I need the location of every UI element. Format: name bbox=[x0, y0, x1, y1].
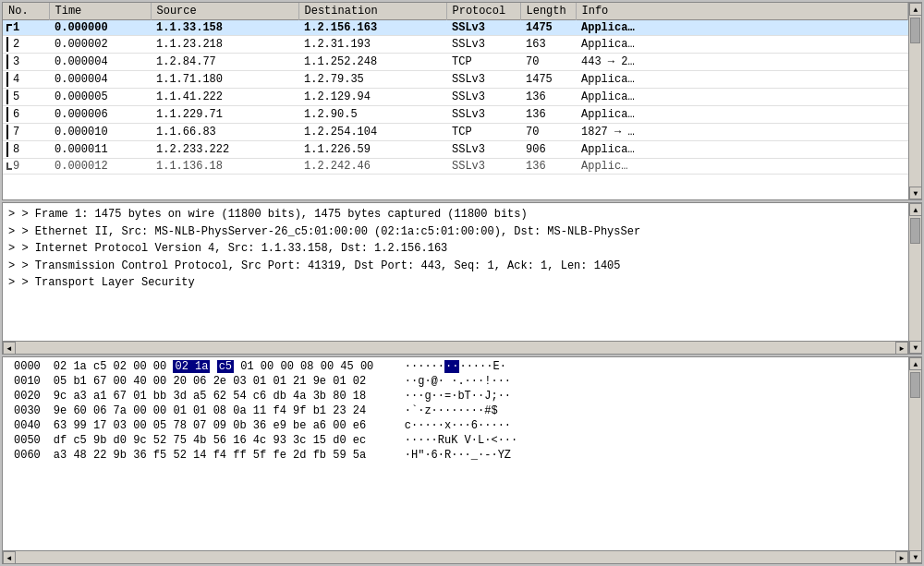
cell-destination: 1.2.242.46 bbox=[298, 159, 446, 175]
cell-length: 136 bbox=[520, 106, 576, 124]
hex-offset: 0020 bbox=[8, 389, 48, 403]
hex-ascii: ·············E· bbox=[399, 359, 903, 374]
detail-hscrollbar[interactable]: ◄ ► bbox=[3, 341, 908, 354]
cell-destination: 1.2.31.193 bbox=[298, 36, 446, 54]
cell-source: 1.2.84.77 bbox=[151, 54, 298, 71]
hex-hscrollbar[interactable]: ◄ ► bbox=[3, 550, 908, 563]
detail-scroll-thumb[interactable] bbox=[910, 218, 920, 244]
cell-length: 70 bbox=[520, 124, 576, 141]
table-row[interactable]: 90.0000121.1.136.181.2.242.46SSLv3136App… bbox=[3, 159, 908, 175]
cell-source: 1.1.136.18 bbox=[151, 159, 298, 175]
hex-hscroll-track bbox=[16, 551, 895, 563]
col-protocol: Protocol bbox=[446, 3, 520, 20]
hex-offset: 0040 bbox=[8, 418, 48, 433]
col-no: No. bbox=[3, 3, 49, 20]
cell-info: Applica… bbox=[576, 36, 908, 54]
row-number-cell: 3 bbox=[3, 54, 49, 71]
cell-source: 1.1.23.218 bbox=[151, 36, 298, 54]
hex-scroll-thumb[interactable] bbox=[910, 372, 920, 398]
detail-scroll-up[interactable]: ▲ bbox=[909, 203, 922, 216]
table-row[interactable]: 40.0000041.1.71.1801.2.79.35SSLv31475App… bbox=[3, 71, 908, 89]
cell-time: 0.000004 bbox=[49, 71, 151, 89]
hex-panel: 000002 1a c5 02 00 00 02 1a c5 01 00 00 … bbox=[2, 356, 922, 564]
cell-time: 0.000010 bbox=[49, 124, 151, 141]
cell-destination: 1.2.90.5 bbox=[298, 106, 446, 124]
table-row[interactable]: 80.0000111.2.233.2221.1.226.59SSLv3906Ap… bbox=[3, 141, 908, 159]
hex-ascii: ·H"·6·R···_·-·YZ bbox=[399, 448, 903, 463]
cell-destination: 1.2.156.163 bbox=[298, 20, 446, 36]
scroll-track[interactable] bbox=[909, 16, 921, 187]
packet-list-panel: No. Time Source Destination Protocol Len… bbox=[2, 2, 922, 200]
cell-destination: 1.2.254.104 bbox=[298, 124, 446, 141]
hex-row: 0050df c5 9b d0 9c 52 75 4b 56 16 4c 93 … bbox=[8, 433, 903, 448]
hex-offset: 0030 bbox=[8, 403, 48, 418]
detail-lines: > Frame 1: 1475 bytes on wire (11800 bit… bbox=[8, 206, 916, 292]
scroll-thumb[interactable] bbox=[910, 18, 920, 43]
cell-destination: 1.1.226.59 bbox=[298, 141, 446, 159]
detail-line: > Internet Protocol Version 4, Src: 1.1.… bbox=[8, 240, 916, 258]
hex-scroll-up[interactable]: ▲ bbox=[909, 357, 922, 370]
cell-length: 1475 bbox=[520, 71, 576, 89]
cell-time: 0.000000 bbox=[49, 20, 151, 36]
scroll-down-arrow[interactable]: ▼ bbox=[909, 187, 922, 199]
cell-destination: 1.2.129.94 bbox=[298, 89, 446, 106]
cell-source: 1.1.71.180 bbox=[151, 71, 298, 89]
cell-destination: 1.1.252.248 bbox=[298, 54, 446, 71]
hex-scroll-track[interactable] bbox=[909, 370, 921, 550]
cell-info: 1827 → … bbox=[576, 124, 908, 141]
cell-info: Applica… bbox=[576, 71, 908, 89]
table-row[interactable]: 70.0000101.1.66.831.2.254.104TCP701827 →… bbox=[3, 124, 908, 141]
hex-ascii: ··g·@· ·.···!··· bbox=[399, 374, 903, 389]
cell-source: 1.1.229.71 bbox=[151, 106, 298, 124]
hex-hscroll-right[interactable]: ► bbox=[895, 551, 908, 564]
hscroll-track bbox=[16, 342, 895, 354]
col-destination: Destination bbox=[298, 3, 446, 20]
hscroll-right[interactable]: ► bbox=[895, 342, 908, 355]
cell-time: 0.000005 bbox=[49, 89, 151, 106]
detail-scroll-down[interactable]: ▼ bbox=[909, 341, 922, 354]
hex-ascii: ·····RuK V·L·<··· bbox=[399, 433, 903, 448]
packet-list-scrollbar[interactable]: ▲ ▼ bbox=[908, 3, 921, 199]
hex-scrollbar[interactable]: ▲ ▼ bbox=[908, 357, 921, 563]
row-number-cell: 8 bbox=[3, 141, 49, 159]
cell-info: Applic… bbox=[576, 159, 908, 175]
hex-ascii: ·`·z········#$ bbox=[399, 403, 903, 418]
table-row[interactable]: 10.0000001.1.33.1581.2.156.163SSLv31475A… bbox=[3, 20, 908, 36]
cell-source: 1.2.233.222 bbox=[151, 141, 298, 159]
cell-time: 0.000004 bbox=[49, 54, 151, 71]
row-number-cell: 5 bbox=[3, 89, 49, 106]
hscroll-left[interactable]: ◄ bbox=[3, 342, 16, 355]
cell-time: 0.000011 bbox=[49, 141, 151, 159]
table-row[interactable]: 30.0000041.2.84.771.1.252.248TCP70443 → … bbox=[3, 54, 908, 71]
cell-time: 0.000002 bbox=[49, 36, 151, 54]
detail-scroll-track[interactable] bbox=[909, 216, 921, 341]
detail-line: > Transport Layer Security bbox=[8, 274, 916, 292]
scroll-up-arrow[interactable]: ▲ bbox=[909, 3, 922, 16]
col-length: Length bbox=[520, 3, 576, 20]
hex-hscroll-left[interactable]: ◄ bbox=[3, 551, 16, 564]
hex-row: 00309e 60 06 7a 00 00 01 01 08 0a 11 f4 … bbox=[8, 403, 903, 418]
cell-protocol: TCP bbox=[446, 54, 520, 71]
cell-protocol: TCP bbox=[446, 124, 520, 141]
hex-highlight2: c5 bbox=[217, 360, 234, 373]
cell-protocol: SSLv3 bbox=[446, 36, 520, 54]
hex-offset: 0050 bbox=[8, 433, 48, 448]
col-time: Time bbox=[49, 3, 151, 20]
detail-panel: > Frame 1: 1475 bytes on wire (11800 bit… bbox=[2, 202, 922, 355]
table-row[interactable]: 60.0000061.1.229.711.2.90.5SSLv3136Appli… bbox=[3, 106, 908, 124]
table-row[interactable]: 50.0000051.1.41.2221.2.129.94SSLv3136App… bbox=[3, 89, 908, 106]
hex-bytes: 9e 60 06 7a 00 00 01 01 08 0a 11 f4 9f b… bbox=[48, 403, 399, 418]
hex-scroll-down[interactable]: ▼ bbox=[909, 550, 922, 563]
hex-offset: 0010 bbox=[8, 374, 48, 389]
detail-scrollbar[interactable]: ▲ ▼ bbox=[908, 203, 921, 354]
cell-source: 1.1.33.158 bbox=[151, 20, 298, 36]
col-source: Source bbox=[151, 3, 298, 20]
hex-ascii: ···g··=·bT··J;·· bbox=[399, 389, 903, 403]
hex-row: 00209c a3 a1 67 01 bb 3d a5 62 54 c6 db … bbox=[8, 389, 903, 403]
row-number-cell: 9 bbox=[3, 159, 49, 175]
cell-length: 163 bbox=[520, 36, 576, 54]
hex-bytes: 02 1a c5 02 00 00 02 1a c5 01 00 00 08 0… bbox=[48, 359, 399, 374]
ascii-highlight: ·· bbox=[444, 360, 459, 373]
detail-line: > Ethernet II, Src: MS-NLB-PhysServer-26… bbox=[8, 223, 916, 241]
table-row[interactable]: 20.0000021.1.23.2181.2.31.193SSLv3163App… bbox=[3, 36, 908, 54]
